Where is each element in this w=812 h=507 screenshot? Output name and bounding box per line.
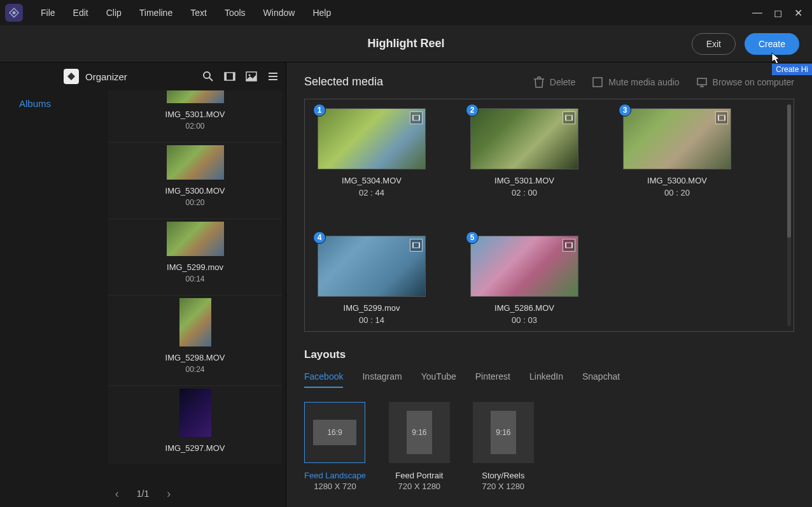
pager: ‹ 1/1 › <box>0 480 286 507</box>
layout-tab-youtube[interactable]: YouTube <box>421 371 456 388</box>
minimize-button[interactable]: — <box>748 5 766 20</box>
layout-card[interactable]: 16:9Feed Landscape1280 X 720 <box>304 402 366 491</box>
selected-thumbnail: 2 <box>470 108 578 169</box>
browse-action[interactable]: Browse on computer <box>696 76 794 88</box>
media-item[interactable]: IMG_5301.MOV02:00 <box>108 90 282 142</box>
layout-tab-linkedin[interactable]: LinkedIn <box>529 371 563 388</box>
image-view-icon[interactable] <box>245 70 258 83</box>
selected-thumbnail: 1 <box>318 108 426 169</box>
menu-help[interactable]: Help <box>304 4 340 22</box>
selected-media-title: Selected media <box>304 75 383 89</box>
menu-edit[interactable]: Edit <box>64 4 97 22</box>
layout-tab-pinterest[interactable]: Pinterest <box>475 371 510 388</box>
media-duration: 00:14 <box>108 275 282 283</box>
media-thumbnail <box>179 389 211 437</box>
svg-rect-28 <box>419 243 420 248</box>
video-icon <box>563 239 575 252</box>
layout-card[interactable]: 9:16Feed Portrait720 X 1280 <box>389 402 450 491</box>
menu-file[interactable]: File <box>32 4 64 22</box>
svg-line-4 <box>209 78 213 81</box>
selected-thumbnail: 3 <box>623 108 731 169</box>
menu-window[interactable]: Window <box>255 4 304 22</box>
scrollbar[interactable] <box>787 104 791 326</box>
menu-timeline[interactable]: Timeline <box>130 4 181 22</box>
selected-name: IMG_5304.MOV <box>318 176 426 185</box>
layout-tab-snapchat[interactable]: Snapchat <box>582 371 620 388</box>
app-icon <box>5 4 23 22</box>
svg-rect-27 <box>412 243 414 248</box>
svg-rect-24 <box>718 115 719 120</box>
aspect-ratio-label: 16:9 <box>313 420 356 445</box>
title-bar: Highlight Reel Exit Create <box>0 25 812 62</box>
close-button[interactable]: ✕ <box>789 5 807 20</box>
layout-size: 720 X 1280 <box>473 482 534 491</box>
svg-point-1 <box>13 11 16 15</box>
pager-label: 1/1 <box>137 489 149 499</box>
selected-duration: 00 : 20 <box>623 188 731 197</box>
svg-point-3 <box>204 72 210 78</box>
media-name: IMG_5301.MOV <box>108 110 282 119</box>
media-list[interactable]: IMG_5301.MOV02:00IMG_5300.MOV00:20IMG_52… <box>108 90 286 480</box>
menu-clip[interactable]: Clip <box>97 4 130 22</box>
selected-item[interactable]: 5IMG_5286.MOV00 : 03 <box>470 236 578 325</box>
video-icon <box>563 111 575 124</box>
selected-item[interactable]: 3IMG_5300.MOV00 : 20 <box>623 108 731 197</box>
mute-action[interactable]: Mute media audio <box>592 76 679 88</box>
pager-next[interactable]: › <box>167 487 171 501</box>
organizer-label: Organizer <box>85 71 127 82</box>
order-badge: 5 <box>466 231 479 244</box>
media-duration: 02:00 <box>108 122 282 131</box>
svg-rect-21 <box>565 115 566 120</box>
media-duration: 00:20 <box>108 198 282 207</box>
svg-rect-31 <box>571 243 573 248</box>
svg-rect-6 <box>225 73 227 80</box>
menu-icon[interactable] <box>267 70 279 83</box>
media-thumbnail <box>167 222 224 256</box>
layout-size: 720 X 1280 <box>389 482 450 491</box>
delete-action[interactable]: Delete <box>533 76 575 88</box>
media-item[interactable]: IMG_5300.MOV00:20 <box>108 142 282 218</box>
menu-text[interactable]: Text <box>181 4 216 22</box>
albums-tab[interactable]: Albums <box>0 90 108 480</box>
selected-media-grid: 1IMG_5304.MOV02 : 442IMG_5301.MOV02 : 00… <box>304 99 794 332</box>
create-button[interactable]: Create <box>745 33 799 55</box>
layout-tabs: FacebookInstagramYouTubePinterestLinkedI… <box>304 371 794 388</box>
layouts-title: Layouts <box>304 348 794 361</box>
page-title: Highlight Reel <box>368 37 445 50</box>
selected-thumbnail: 5 <box>470 236 578 297</box>
media-item[interactable]: IMG_5297.MOV <box>108 385 282 464</box>
selected-duration: 02 : 00 <box>470 188 578 197</box>
selected-item[interactable]: 4IMG_5299.mov00 : 14 <box>318 236 426 325</box>
menu-tools[interactable]: Tools <box>216 4 255 22</box>
video-icon <box>410 239 423 252</box>
order-badge: 3 <box>619 104 631 117</box>
media-item[interactable]: IMG_5299.mov00:14 <box>108 218 282 295</box>
search-icon[interactable] <box>202 70 214 83</box>
svg-point-9 <box>249 75 251 76</box>
maximize-button[interactable]: ◻ <box>769 5 787 20</box>
layout-name: Feed Landscape <box>304 471 366 480</box>
organizer-icon <box>64 69 79 84</box>
layout-card[interactable]: 9:16Story/Reels720 X 1280 <box>473 402 534 491</box>
media-item[interactable]: IMG_5298.MOV00:24 <box>108 295 282 385</box>
order-badge: 1 <box>313 104 326 117</box>
pager-prev[interactable]: ‹ <box>115 487 119 501</box>
layout-preview: 9:16 <box>473 402 534 463</box>
media-duration: 00:24 <box>108 365 282 374</box>
video-view-icon[interactable] <box>223 70 236 83</box>
svg-rect-13 <box>593 78 602 87</box>
layout-cards: 16:9Feed Landscape1280 X 7209:16Feed Por… <box>304 402 794 491</box>
layout-tab-facebook[interactable]: Facebook <box>304 371 343 388</box>
exit-button[interactable]: Exit <box>692 33 736 55</box>
selected-name: IMG_5286.MOV <box>470 303 578 313</box>
svg-rect-22 <box>571 115 573 120</box>
selected-item[interactable]: 2IMG_5301.MOV02 : 00 <box>470 108 578 197</box>
layout-tab-instagram[interactable]: Instagram <box>362 371 402 388</box>
layout-name: Feed Portrait <box>389 471 450 480</box>
svg-rect-25 <box>724 115 725 120</box>
layout-name: Story/Reels <box>473 471 534 480</box>
selected-item[interactable]: 1IMG_5304.MOV02 : 44 <box>318 108 426 197</box>
selected-name: IMG_5300.MOV <box>623 176 731 185</box>
layout-size: 1280 X 720 <box>304 482 366 491</box>
selected-duration: 00 : 03 <box>470 315 578 325</box>
